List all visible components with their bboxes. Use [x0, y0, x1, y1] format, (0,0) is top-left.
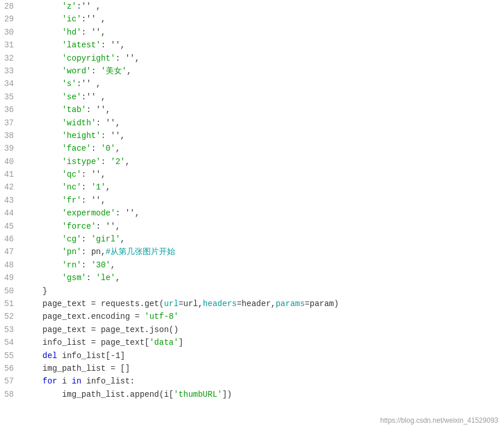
token: [23, 377, 43, 386]
token: ,: [96, 92, 106, 102]
line-content: 'tab': '',: [23, 103, 110, 116]
token: requests: [101, 299, 139, 308]
line-content: 'hd': '',: [23, 26, 106, 39]
token: 'pn': [62, 247, 81, 256]
token: page_text: [23, 325, 86, 334]
token: 'gsm': [62, 273, 86, 282]
token: page_text: [23, 299, 86, 308]
token: .json(): [144, 325, 179, 334]
table-row: 36 'tab': '',: [0, 103, 504, 116]
line-number: 36: [0, 103, 23, 116]
token: 'girl': [91, 234, 120, 244]
line-number: 54: [0, 336, 23, 349]
line-content: info_list = page_text['data']: [23, 336, 183, 349]
token: '1': [91, 183, 106, 192]
line-content: 'latest': '',: [23, 39, 125, 51]
token: [23, 79, 62, 88]
token: ,: [120, 40, 125, 50]
line-number: 33: [0, 65, 23, 77]
token: [23, 2, 62, 11]
token: headers: [203, 299, 237, 308]
table-row: 50 }: [0, 285, 504, 297]
line-content: 'expermode': '',: [23, 207, 140, 219]
token: [23, 92, 62, 102]
token: ,: [116, 273, 120, 282]
token: 'le': [96, 273, 116, 282]
table-row: 33 'word': '美女',: [0, 65, 504, 77]
token: url: [164, 299, 179, 308]
table-row: 29 'ic':'' ,: [0, 13, 504, 25]
token: : '': [116, 54, 135, 63]
token: -1: [110, 351, 120, 360]
line-number: 40: [0, 155, 23, 168]
token: .get(: [140, 299, 164, 308]
line-content: 's':'' ,: [23, 77, 101, 90]
token: =: [86, 299, 101, 308]
line-number: 53: [0, 323, 23, 336]
token: :: [81, 183, 91, 192]
token: [23, 144, 62, 153]
token: :: [81, 234, 91, 244]
token: for: [43, 377, 57, 386]
table-row: 42 'nc': '1',: [0, 181, 504, 193]
token: =header,: [237, 299, 276, 308]
line-number: 49: [0, 271, 23, 284]
line-content: page_text = requests.get(url=url,headers…: [23, 297, 339, 310]
line-number: 51: [0, 297, 23, 310]
line-content: 'pn': pn,#从第几张图片开始: [23, 245, 175, 258]
token: }: [23, 286, 47, 296]
token: 'hd': [62, 28, 81, 37]
table-row: 32 'copyright': '',: [0, 52, 504, 65]
token: ,: [96, 14, 106, 24]
line-number: 29: [0, 13, 23, 25]
token: ,: [120, 131, 125, 140]
line-content: 'face': '0',: [23, 142, 120, 155]
token: 'latest': [62, 40, 101, 50]
token: [23, 247, 62, 256]
line-number: 47: [0, 245, 23, 258]
line-content: 'qc': '',: [23, 168, 106, 181]
table-row: 55 del info_list[-1]: [0, 349, 504, 362]
table-row: 58 img_path_list.append(i['thumbURL']): [0, 388, 504, 401]
token: : '': [96, 118, 116, 128]
token: : '': [101, 131, 120, 140]
line-number: 28: [0, 0, 23, 13]
token: [23, 66, 62, 76]
token: 'copyright': [62, 54, 115, 63]
line-content: page_text = page_text.json(): [23, 323, 179, 336]
line-number: 38: [0, 129, 23, 142]
table-row: 52 page_text.encoding = 'utf-8': [0, 310, 504, 323]
token: = page_text[: [86, 338, 149, 347]
line-number: 57: [0, 375, 23, 388]
token: : '': [96, 222, 116, 231]
token: in: [72, 377, 81, 386]
token: ,: [116, 118, 120, 128]
token: 'tab': [62, 105, 86, 114]
line-content: 'rn': '30',: [23, 259, 116, 271]
table-row: 54 info_list = page_text['data']: [0, 336, 504, 349]
token: [23, 54, 62, 63]
line-content: del info_list[-1]: [23, 349, 125, 362]
line-number: 35: [0, 91, 23, 103]
token: 'istype': [62, 157, 101, 166]
token: :: [86, 273, 96, 282]
token: : '': [116, 208, 135, 218]
line-content: 'fr': '',: [23, 194, 106, 207]
token: : '': [81, 170, 101, 179]
line-content: 'gsm': 'le',: [23, 271, 120, 284]
line-content: for i in info_list:: [23, 375, 135, 388]
token: 'thumbURL': [173, 390, 222, 399]
line-number: 46: [0, 233, 23, 245]
token: .encoding =: [86, 312, 144, 321]
token: 'cg': [62, 234, 81, 244]
line-number: 30: [0, 26, 23, 39]
table-row: 37 'width': '',: [0, 117, 504, 129]
token: ,: [106, 105, 110, 114]
line-content: 'istype': '2',: [23, 155, 130, 168]
token: 'fr': [62, 196, 81, 205]
line-content: 'copyright': '',: [23, 52, 140, 65]
token: ,: [101, 196, 105, 205]
table-row: 31 'latest': '',: [0, 39, 504, 51]
token: :: [101, 157, 110, 166]
token: 's': [62, 79, 76, 88]
